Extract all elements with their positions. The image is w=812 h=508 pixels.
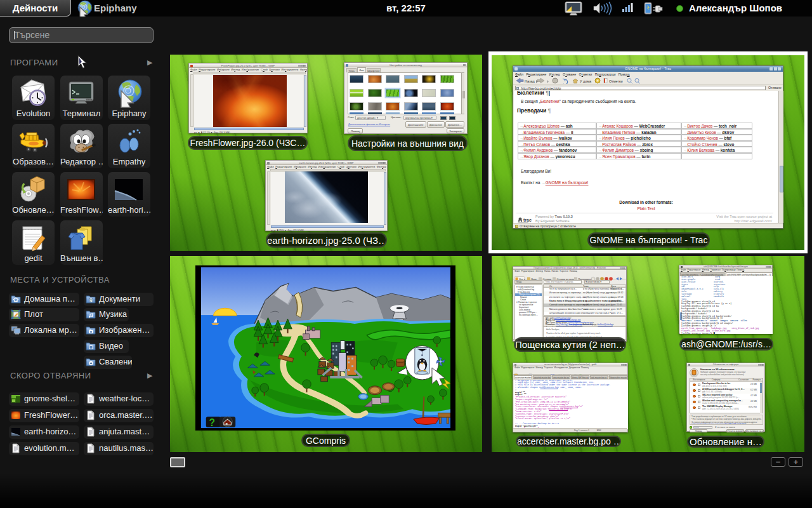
svg-text:trac: trac: [523, 218, 532, 222]
svg-text:Отметки: Отметки: [609, 79, 622, 83]
svg-text:У дома: У дома: [580, 79, 592, 83]
svg-text:?: ?: [209, 417, 215, 428]
svg-text:Назад: Назад: [525, 79, 535, 83]
